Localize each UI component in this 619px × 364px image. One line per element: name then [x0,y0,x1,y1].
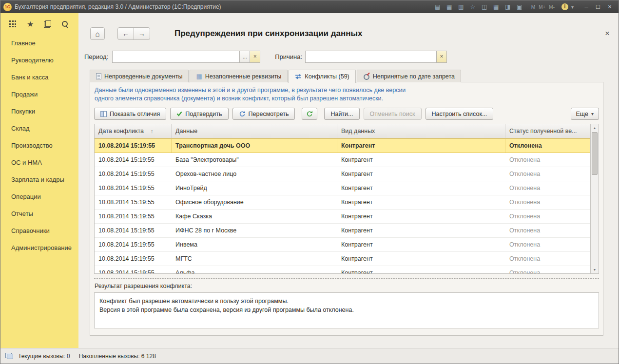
document-icon [96,73,101,79]
cell-date: 10.08.2014 15:19:55 [95,238,172,251]
close-button[interactable]: × [604,1,616,13]
conflicts-panel: Данные были одновременно изменены в этой… [90,82,603,336]
sidebar-item-1[interactable]: Главное [0,35,78,52]
filter-row: Период: ... × Причина: × [78,50,619,63]
column-header-status[interactable]: Статус полученной ве... [505,124,590,138]
show-differences-button[interactable]: Показать отличия [94,108,166,120]
favorites-add-icon[interactable]: ☆ [468,2,478,11]
memory-button-3[interactable]: M- [548,4,556,10]
info-icon[interactable]: i [561,3,568,10]
tab-unposted-documents[interactable]: Непроведенные документы [90,70,189,82]
more-button[interactable]: Еще ▾ [571,108,599,120]
sidebar-item-7[interactable]: Производство [0,137,78,154]
column-header-kind[interactable]: Вид данных [337,124,505,138]
page-close-icon[interactable]: × [605,29,610,38]
save-icon[interactable]: ▤ [433,2,443,11]
calculator-icon[interactable]: ▥ [456,2,466,11]
compare-icon[interactable]: ◨ [503,2,513,11]
conflicts-table-body: 10.08.2014 15:19:55Транспортная дочь ООО… [95,138,590,273]
sidebar-item-9[interactable]: Зарплата и кадры [0,171,78,188]
history-navigation: ← → [117,27,150,40]
current-calls: Текущие вызовы: 0 [18,353,70,360]
refresh-icon [306,111,313,117]
recent-windows-icon[interactable] [44,20,51,28]
table-icon[interactable]: ▦ [491,2,501,11]
sidebar-item-12[interactable]: Справочники [0,222,78,239]
cell-status: Отклонена [505,181,590,195]
table-scrollbar[interactable]: ▲ ▼ [590,124,599,273]
notes-icon[interactable]: ◫ [480,2,489,11]
calls-icon [5,353,13,359]
refresh-button[interactable] [302,108,317,120]
cell-date: 10.08.2014 15:19:55 [95,195,172,209]
cell-date: 10.08.2014 15:19:55 [95,167,172,181]
table-row[interactable]: 10.08.2014 15:19:55Орехов-частное лицоКо… [95,167,590,181]
favorites-star-icon[interactable]: ★ [27,20,34,28]
back-icon: ← [122,30,129,38]
memory-button-1[interactable]: M [530,4,536,10]
cell-kind: Контрагент [337,153,505,167]
maximize-button[interactable]: □ [592,1,604,13]
home-button[interactable]: ⌂ [90,27,105,40]
table-row[interactable]: 10.08.2014 15:19:55Офисное оборудованиеК… [95,195,590,210]
status-bar: Текущие вызовы: 0 Накопленные вызовы: 6 … [0,348,619,364]
find-button[interactable]: Найти... [324,108,359,120]
home-icon: ⌂ [95,30,99,38]
calendar-icon[interactable]: ▦ [445,2,454,11]
table-row[interactable]: 10.08.2014 15:19:55АльфаКонтрагентОтклон… [95,266,590,273]
configure-list-button[interactable]: Настроить список... [426,108,494,120]
search-icon[interactable] [61,20,69,28]
window-controls: – □ × [580,1,616,13]
sidebar-item-2[interactable]: Руководителю [0,52,78,69]
scroll-up-icon[interactable]: ▲ [591,124,599,132]
memory-button-2[interactable]: M+ [538,4,546,10]
cell-status: Отклонена [505,238,590,251]
period-clear-button[interactable]: × [250,51,260,63]
scrollbar-thumb[interactable] [592,132,598,175]
scrollbar-track[interactable] [591,132,599,266]
menu-grid-icon[interactable] [9,20,17,28]
sidebar-item-8[interactable]: ОС и НМА [0,154,78,171]
table-row[interactable]: 10.08.2014 15:19:55Кафе СказкаКонтрагент… [95,210,590,224]
history-icon[interactable]: ▣ [515,2,524,11]
sidebar-item-4[interactable]: Продажи [0,86,78,103]
section-menu: ГлавноеРуководителюБанк и кассаПродажиПо… [0,33,78,256]
sidebar-toolbar: ★ [0,13,78,33]
column-header-date[interactable]: Дата конфликта ↑ [95,124,172,138]
table-row[interactable]: 10.08.2014 15:19:55ИФНС 28 по г МосквеКо… [95,224,590,238]
table-row[interactable]: 10.08.2014 15:19:55ИнвемаКонтрагентОткло… [95,238,590,252]
table-row[interactable]: 10.08.2014 15:19:55Транспортная дочь ООО… [95,138,590,153]
sidebar-item-6[interactable]: Склад [0,120,78,137]
table-row[interactable]: 10.08.2014 15:19:55МГТСКонтрагентОтклоне… [95,252,590,266]
cell-status: Отклонена [505,266,590,273]
reason-input[interactable] [305,51,437,63]
tab-conflicts[interactable]: Конфликты (59) [289,70,355,83]
result-line-1: Конфликт был разрешен автоматически в по… [99,297,594,306]
table-row[interactable]: 10.08.2014 15:19:55ИнноТрейдКонтрагентОт… [95,181,590,195]
tab-label: Непринятые по дате запрета [373,73,455,80]
back-button[interactable]: ← [117,27,134,40]
sidebar-item-10[interactable]: Операции [0,188,78,205]
period-select-button[interactable]: ... [239,51,250,63]
sidebar-item-3[interactable]: Банк и касса [0,69,78,86]
date-ban-icon [363,73,370,80]
period-input[interactable] [112,51,240,63]
cancel-search-button[interactable]: Отменить поиск [364,108,422,120]
review-button[interactable]: Пересмотреть [232,108,295,120]
tab-rejected-by-date[interactable]: Непринятые по дате запрета [357,70,461,82]
sidebar-item-11[interactable]: Отчеты [0,205,78,222]
column-header-data[interactable]: Данные [172,124,337,138]
reason-clear-button[interactable]: × [436,51,447,63]
tab-unfilled-attributes[interactable]: ▦ Незаполненные реквизиты [190,70,288,82]
accumulated-calls: Накопленные вызовы: 6 128 [79,353,156,360]
scroll-down-icon[interactable]: ▼ [591,266,599,273]
confirm-button[interactable]: Подтвердить [170,108,228,120]
titlebar-dropdown-icon[interactable]: ▾ [571,4,574,10]
sidebar-item-13[interactable]: Администрирование [0,239,78,256]
main-row: ★ ГлавноеРуководителюБанк и кассаПродажи… [0,13,619,348]
minimize-button[interactable]: – [580,1,592,13]
table-row[interactable]: 10.08.2014 15:19:55База "Электротовары"К… [95,153,590,167]
sidebar-item-5[interactable]: Покупки [0,103,78,120]
forward-button[interactable]: → [134,27,150,40]
titlebar-toolbar: ▤▦▥☆◫▦◨▣ [433,2,524,11]
